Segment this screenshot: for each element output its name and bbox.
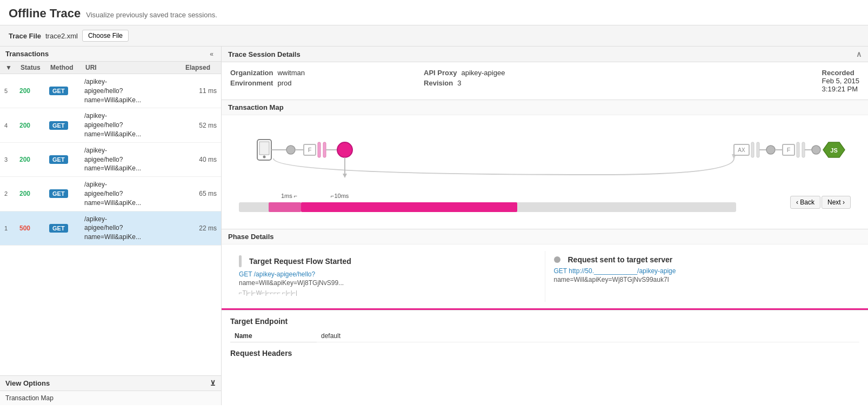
tx-num: 2 xyxy=(4,190,19,197)
sort-icon[interactable]: ▼ xyxy=(4,64,19,71)
page-header: Offline Trace Visualize previously saved… xyxy=(0,0,868,25)
method-badge-wrapper: GET xyxy=(49,121,84,130)
phase-card-2-text: name=Will&apiKey=Wj8TGjNvS99auk7I xyxy=(554,275,851,285)
svg-rect-22 xyxy=(797,142,799,157)
method-get: GET xyxy=(49,189,68,198)
svg-text:F: F xyxy=(787,147,791,153)
phase-card-1-title: Target Request Flow Started xyxy=(239,255,536,267)
endpoint-table: Name default xyxy=(230,330,859,342)
trace-file-name: trace2.xml xyxy=(45,32,78,40)
svg-rect-15 xyxy=(751,142,754,157)
tx-elapsed: 40 ms xyxy=(184,156,217,163)
svg-rect-23 xyxy=(802,142,805,157)
recorded-block: Recorded Feb 5, 2015 3:19:21 PM xyxy=(822,69,859,93)
transaction-map-section: Transaction Map F xyxy=(222,100,868,229)
recorded-time: 3:19:21 PM xyxy=(822,85,859,93)
tx-uri: /apikey-apigee/hello?name=Will&apiKe... xyxy=(84,111,184,138)
status-badge: 500 xyxy=(19,224,49,232)
tx-elapsed: 22 ms xyxy=(184,224,217,232)
svg-text:JS: JS xyxy=(830,147,837,154)
endpoint-name-label: Name xyxy=(230,330,317,342)
phase-card-2-title: Request sent to target server xyxy=(554,255,851,264)
page-subtitle: Visualize previously saved trace session… xyxy=(86,11,217,19)
tx-uri: /apikey-apigee/hello?name=Will&apiKe... xyxy=(84,146,184,173)
trace-file-label: Trace File xyxy=(9,32,41,40)
transaction-map-label: Transaction Map xyxy=(222,100,868,115)
collapse-button[interactable]: « xyxy=(208,50,216,58)
method-badge-wrapper: GET xyxy=(49,224,84,233)
transaction-map-canvas: F AX xyxy=(222,115,868,229)
endpoint-name-row: Name default xyxy=(230,330,859,342)
svg-text:F: F xyxy=(308,147,312,153)
svg-rect-16 xyxy=(757,142,759,157)
tx-elapsed: 65 ms xyxy=(184,190,217,197)
phase-card-1-link: GET /apikey-apigee/hello? xyxy=(239,270,536,278)
phase-details-section: Phase Details Target Request Flow Starte… xyxy=(222,229,868,310)
method-badge-wrapper: GET xyxy=(49,155,84,164)
view-options-header[interactable]: View Options ⊻ xyxy=(0,375,221,391)
phase-card-2-link-text[interactable]: GET http://50.____________/apikey-apige xyxy=(554,267,676,275)
phase-details-label: Phase Details xyxy=(222,229,868,244)
request-headers-title: Request Headers xyxy=(230,349,859,358)
svg-rect-9 xyxy=(323,142,326,157)
next-button[interactable]: Next › xyxy=(822,196,851,209)
col-elapsed: Elapsed xyxy=(184,64,217,71)
revision-value: 3 xyxy=(457,79,461,87)
status-badge: 200 xyxy=(19,156,49,163)
main-layout: Transactions « ▼ Status Method URI Elaps… xyxy=(0,47,868,405)
col-status: Status xyxy=(19,64,49,71)
timeline-label-10ms: ⌐10ms xyxy=(331,193,349,199)
view-options-body: Transaction Map xyxy=(0,391,221,405)
env-label: Environment xyxy=(230,79,273,87)
transactions-table: 5 200 GET /apikey-apigee/hello?name=Will… xyxy=(0,74,221,375)
tx-uri: /apikey-apigee/hello?name=Will&apiKe... xyxy=(84,77,184,104)
phase-bar-icon xyxy=(239,255,242,267)
svg-point-2 xyxy=(263,156,266,158)
svg-marker-29 xyxy=(343,174,347,178)
table-row[interactable]: 2 200 GET /apikey-apigee/hello?name=Will… xyxy=(0,177,221,211)
phase-card-1-link-text[interactable]: GET /apikey-apigee/hello? xyxy=(239,270,315,278)
table-row[interactable]: 3 200 GET /apikey-apigee/hello?name=Will… xyxy=(0,143,221,177)
env-value: prod xyxy=(277,79,291,87)
table-row[interactable]: 5 200 GET /apikey-apigee/hello?name=Will… xyxy=(0,74,221,108)
timeline-bar-background xyxy=(239,202,736,212)
org-value: wwitman xyxy=(277,69,305,77)
proxy-row: API Proxy apikey-apigee xyxy=(424,69,505,77)
proxy-label: API Proxy xyxy=(424,69,457,77)
trace-file-bar: Trace File trace2.xml Choose File xyxy=(0,25,868,47)
phase-dot-icon xyxy=(554,256,560,263)
tx-num: 3 xyxy=(4,156,19,163)
timeline-nav-buttons: ‹ Back Next › xyxy=(790,196,851,209)
method-get: GET xyxy=(49,87,68,95)
collapse-icon: ∧ xyxy=(856,50,862,58)
timeline-bar-phase1 xyxy=(269,202,301,212)
recorded-label: Recorded xyxy=(822,69,859,77)
method-badge-wrapper: GET xyxy=(49,189,84,198)
env-row: Environment prod xyxy=(230,79,305,87)
svg-point-18 xyxy=(766,146,775,154)
target-endpoint-title: Target Endpoint xyxy=(230,317,859,326)
method-get: GET xyxy=(49,155,68,164)
session-details-header: Trace Session Details ∧ xyxy=(222,47,868,62)
view-options-item: Transaction Map xyxy=(5,394,54,402)
timeline-label-1ms: 1ms ⌐ xyxy=(281,193,297,199)
table-row[interactable]: 1 500 GET /apikey-apigee/hello?name=Will… xyxy=(0,211,221,246)
timeline-wrapper: 1ms ⌐ ⌐10ms xyxy=(239,193,784,212)
revision-row: Revision 3 xyxy=(424,79,505,87)
timeline-labels: 1ms ⌐ ⌐10ms xyxy=(239,193,784,201)
choose-file-button[interactable]: Choose File xyxy=(82,30,129,42)
status-badge: 200 xyxy=(19,122,49,129)
endpoint-name-value: default xyxy=(317,330,859,342)
revision-label: Revision xyxy=(424,79,453,87)
status-badge: 200 xyxy=(19,190,49,197)
method-badge-wrapper: GET xyxy=(49,87,84,95)
proxy-revision-group: API Proxy apikey-apigee Revision 3 xyxy=(424,69,505,93)
page-title: Offline Trace xyxy=(9,6,81,21)
back-button[interactable]: ‹ Back xyxy=(790,196,820,209)
svg-rect-8 xyxy=(318,142,321,157)
left-panel: Transactions « ▼ Status Method URI Elaps… xyxy=(0,47,222,405)
method-get: GET xyxy=(49,121,68,130)
view-options-expand-icon: ⊻ xyxy=(210,379,216,387)
table-row[interactable]: 4 200 GET /apikey-apigee/hello?name=Will… xyxy=(0,108,221,142)
org-row: Organization wwitman xyxy=(230,69,305,77)
